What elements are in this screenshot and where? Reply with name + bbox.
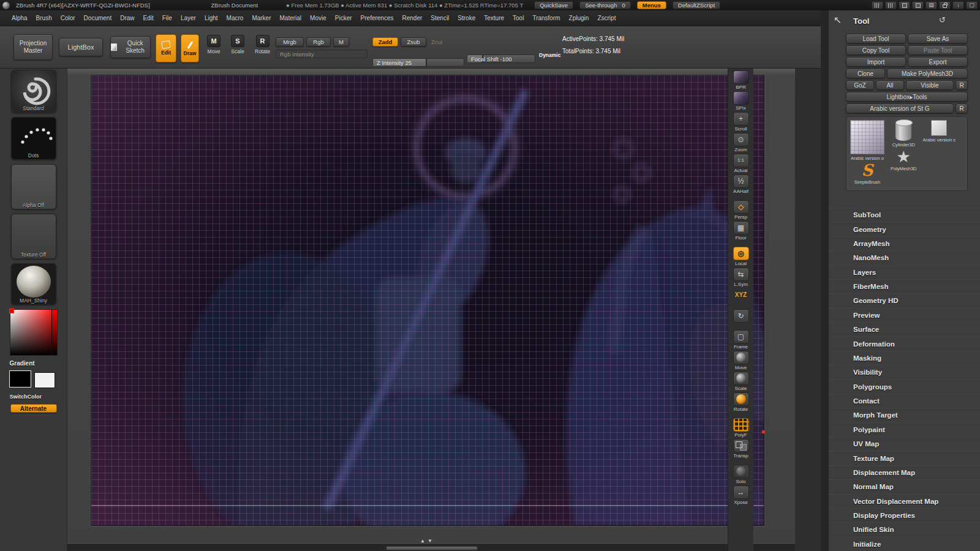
tool-subpalette-row[interactable]: Deformation (829, 336, 980, 350)
hue-strip[interactable] (51, 310, 57, 355)
tool-subpalette-row[interactable]: Display Properties (829, 508, 980, 522)
tool-subpalette-row[interactable]: Polypaint (829, 422, 980, 437)
menu-item[interactable]: Picker (332, 13, 355, 23)
tool-subpalette-row[interactable]: FiberMesh (829, 279, 980, 293)
spix-button[interactable]: SPix (729, 91, 753, 111)
aahalf-button[interactable]: ½ AAHalf (729, 174, 753, 194)
current-brush-thumbnail[interactable]: Standard (11, 70, 56, 113)
scroll-button[interactable]: + Scroll (729, 112, 753, 132)
solo-button[interactable]: Solo (729, 465, 753, 484)
menu-item[interactable]: Layer (178, 13, 199, 23)
menu-item[interactable]: Tool (510, 13, 527, 23)
menu-item[interactable]: Zscript (594, 13, 619, 23)
draw-button[interactable]: Draw (181, 34, 199, 62)
grid-document-icon[interactable]: ▤ (925, 1, 937, 9)
tool-subpalette-row[interactable]: Contact (829, 394, 980, 408)
menu-item[interactable]: Stroke (454, 13, 478, 23)
tool-subpalette-row[interactable]: Layers (829, 265, 980, 279)
lightbox-tools-button[interactable]: Lightbox▸Tools (846, 92, 968, 102)
zsub-button[interactable]: Zsub (401, 37, 426, 47)
color-picker[interactable] (10, 309, 58, 356)
m-button[interactable]: M (333, 37, 349, 47)
tool-subpalette-row[interactable]: UV Map (829, 437, 980, 451)
tool-subpalette-row[interactable]: Masking (829, 351, 980, 365)
move-3d-button[interactable]: Move (729, 351, 753, 370)
menu-item[interactable]: Stencil (428, 13, 452, 23)
copy-document-icon[interactable] (899, 1, 910, 9)
menu-item[interactable]: Light (202, 13, 221, 23)
make-polymesh3d-button[interactable]: Make PolyMesh3D (887, 69, 968, 78)
projection-master-button[interactable]: Projection Master (13, 34, 53, 60)
zadd-button[interactable]: Zadd (372, 37, 398, 47)
menu-item[interactable]: Zplugin (566, 13, 592, 23)
tool-subpalette-row[interactable]: Unified Skin (829, 522, 980, 536)
gradient-label[interactable]: Gradient (10, 360, 58, 367)
tray-scroll-left-icon[interactable] (872, 1, 883, 9)
tool-subpalette-row[interactable]: ArrayMesh (829, 236, 980, 250)
goz-all-button[interactable]: All (876, 80, 904, 90)
tool-subpalette-row[interactable]: Morph Target (829, 408, 980, 422)
rotate-button[interactable]: R Rotate (255, 35, 270, 54)
horizontal-scrollbar[interactable] (67, 544, 795, 551)
rotate-3d-button[interactable]: Rotate (729, 392, 753, 412)
menu-item[interactable]: File (159, 13, 175, 23)
polymesh3d-star-icon[interactable]: ★ (897, 149, 911, 165)
goz-r-button[interactable]: R (956, 80, 968, 90)
tool-subpalette-row[interactable]: Polygroups (829, 380, 980, 394)
current-material-thumbnail[interactable]: MAH_Shiny (11, 263, 56, 305)
load-tool-button[interactable]: Load Tool (846, 34, 906, 43)
switch-color-button[interactable]: SwitchColor (10, 394, 58, 400)
active-tool-thumbnail[interactable] (850, 120, 884, 154)
copy-tool-button[interactable]: Copy Tool (846, 45, 906, 55)
simplebrush-icon[interactable]: S (862, 162, 873, 178)
tool-subpalette-row[interactable]: Texture Map (829, 451, 980, 465)
tool-subpalette-row[interactable]: Displacement Map (829, 465, 980, 479)
xpose-button[interactable]: ↔ Xpose (729, 485, 753, 505)
current-texture-thumbnail[interactable]: Texture Off (11, 214, 56, 259)
menu-item[interactable]: Edit (140, 13, 157, 23)
menu-item[interactable]: Transform (529, 13, 563, 23)
tool-subpalette-row[interactable]: Normal Map (829, 479, 980, 493)
main-color-swatch[interactable] (10, 371, 31, 387)
local-symmetry-button[interactable]: ◎ Local (729, 247, 753, 266)
z-intensity-slider[interactable]: Z Intensity 25 (372, 58, 464, 67)
goz-visible-button[interactable]: Visible (906, 80, 954, 90)
focal-shift-slider[interactable]: Focal Shift -100 (467, 54, 535, 63)
lsym-button[interactable]: ⇆ L.Sym (729, 268, 753, 287)
save-as-button[interactable]: Save As (908, 34, 968, 43)
rgb-button[interactable]: Rgb (306, 37, 331, 47)
tool-subpalette-row[interactable]: Initialize (829, 537, 980, 551)
spin-button[interactable]: ↻ (729, 309, 753, 329)
paste-document-icon[interactable] (912, 1, 924, 9)
quick-sketch-button[interactable]: Quick Sketch (110, 36, 151, 58)
tool-subpalette-row[interactable]: Surface (829, 322, 980, 336)
menu-item[interactable]: Alpha (9, 13, 31, 23)
menu-item[interactable]: Color (58, 13, 78, 23)
floor-button[interactable]: ▦ Floor (729, 221, 753, 241)
current-tool-name-button[interactable]: Arabic version of St G (846, 103, 954, 113)
scroll-down-icon[interactable]: ▼ (428, 538, 432, 544)
perspective-button[interactable]: ◇ Persp (729, 200, 753, 220)
bpr-button[interactable]: BPR (729, 70, 753, 90)
paste-tool-button[interactable]: Paste Tool (908, 45, 968, 55)
scroll-up-icon[interactable]: ▲ (420, 538, 425, 544)
xyz-button[interactable]: XYZ (729, 288, 753, 308)
transparency-button[interactable]: Transp (729, 439, 753, 459)
tool-subpalette-row[interactable]: Preview (829, 308, 980, 322)
menu-item[interactable]: Document (81, 13, 115, 23)
canvas-document[interactable] (91, 75, 764, 526)
move-button[interactable]: M Move (207, 35, 221, 54)
zcut-button[interactable]: Zcut (431, 39, 442, 45)
maximize-icon[interactable]: ▢ (966, 1, 978, 9)
menu-item[interactable]: Material (277, 13, 305, 23)
menu-item[interactable]: Movie (307, 13, 330, 23)
tool-subpalette-row[interactable]: SubTool (829, 208, 980, 222)
edit-button[interactable]: Edit (156, 34, 176, 62)
saturation-value-square[interactable] (10, 310, 57, 355)
rgb-intensity-slider[interactable]: Rgb Intensity (276, 50, 368, 58)
see-through-slider[interactable]: See-through0 (579, 1, 631, 9)
frame-button[interactable]: ▢ Frame (729, 330, 753, 350)
menus-button[interactable]: Menus (637, 1, 666, 9)
arabic-version-small-thumbnail[interactable] (931, 120, 947, 136)
menu-item[interactable]: Preferences (358, 13, 397, 23)
